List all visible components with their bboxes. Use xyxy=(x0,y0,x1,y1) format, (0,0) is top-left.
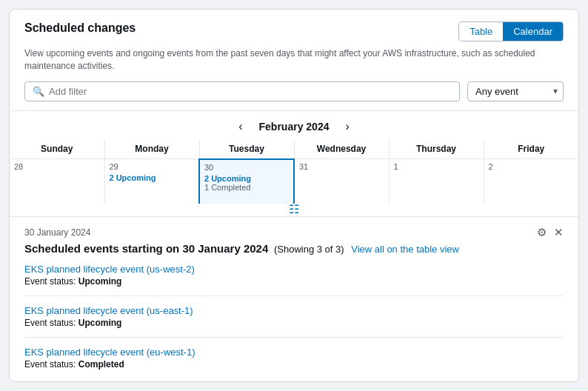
completed-events-tag: 1 Completed xyxy=(204,183,289,192)
calendar-table: Sunday Monday Tuesday Wednesday Thursday… xyxy=(10,139,578,204)
event-link-2[interactable]: EKS planned lifecycle event (us-east-1) xyxy=(24,305,564,316)
calendar-view-button[interactable]: Calendar xyxy=(503,22,563,41)
panel-date: 30 January 2024 xyxy=(24,227,90,238)
event-status-2: Event status: Upcoming xyxy=(24,318,564,328)
month-label: February 2024 xyxy=(259,121,330,133)
divider-icon: ☷ xyxy=(10,202,578,216)
panel-title-row: Scheduled events starting on 30 January … xyxy=(24,242,564,255)
col-wednesday: Wednesday xyxy=(294,139,389,159)
day-number: 30 xyxy=(204,163,289,172)
top-header: Scheduled changes Table Calendar xyxy=(24,21,564,41)
card-title: Scheduled changes xyxy=(24,21,136,35)
search-input[interactable] xyxy=(49,86,452,97)
event-link-3[interactable]: EKS planned lifecycle event (eu-west-1) xyxy=(24,347,564,358)
top-section: Scheduled changes Table Calendar View up… xyxy=(10,10,578,111)
event-link-1[interactable]: EKS planned lifecycle event (us-west-2) xyxy=(24,264,564,275)
event-item-2: EKS planned lifecycle event (us-east-1) … xyxy=(24,305,564,338)
calendar-nav: ‹ February 2024 › xyxy=(10,111,578,139)
day-number: 1 xyxy=(394,162,479,171)
day-number: 29 xyxy=(110,162,195,171)
day-number: 2 xyxy=(489,162,575,171)
view-all-link[interactable]: View all on the table view xyxy=(351,244,459,255)
close-icon-button[interactable]: ✕ xyxy=(554,226,564,239)
search-box: 🔍 xyxy=(24,81,460,101)
filter-row: 🔍 Any event xyxy=(24,81,564,101)
panel-header: 30 January 2024 ⚙ ✕ xyxy=(24,226,564,239)
day-1[interactable]: 1 xyxy=(389,159,484,204)
event-select-wrapper: Any event xyxy=(467,81,564,101)
status-value-3: Completed xyxy=(78,359,124,370)
panel-icons: ⚙ ✕ xyxy=(537,226,564,239)
col-friday: Friday xyxy=(484,139,578,159)
col-sunday: Sunday xyxy=(10,139,104,159)
status-value-1: Upcoming xyxy=(78,276,122,287)
search-icon: 🔍 xyxy=(33,86,44,97)
event-type-select[interactable]: Any event xyxy=(467,81,564,101)
prev-month-button[interactable]: ‹ xyxy=(234,118,247,135)
col-thursday: Thursday xyxy=(389,139,484,159)
day-30-today[interactable]: 30 2 Upcoming 1 Completed xyxy=(199,159,294,204)
event-status-3: Event status: Completed xyxy=(24,359,564,370)
view-toggle: Table Calendar xyxy=(458,21,564,41)
day-28[interactable]: 28 xyxy=(10,159,104,204)
bottom-panel: 30 January 2024 ⚙ ✕ Scheduled events sta… xyxy=(10,216,578,381)
status-label-1: Event status: xyxy=(24,276,76,287)
status-label-3: Event status: xyxy=(24,359,76,370)
day-number: 28 xyxy=(14,162,100,171)
day-2[interactable]: 2 xyxy=(484,159,578,204)
status-label-2: Event status: xyxy=(24,318,76,328)
upcoming-events-tag: 2 Upcoming xyxy=(204,174,289,183)
table-view-button[interactable]: Table xyxy=(459,22,503,41)
showing-count: (Showing 3 of 3) xyxy=(274,244,344,255)
day-29[interactable]: 29 2 Upcoming xyxy=(104,159,199,204)
next-month-button[interactable]: › xyxy=(341,118,353,135)
day-31[interactable]: 31 xyxy=(294,159,389,204)
event-item-1: EKS planned lifecycle event (us-west-2) … xyxy=(24,264,564,296)
col-monday: Monday xyxy=(104,139,199,159)
status-value-2: Upcoming xyxy=(78,318,122,328)
calendar-row: 28 29 2 Upcoming 30 2 Upcoming 1 Complet… xyxy=(10,159,578,204)
scheduled-changes-card: Scheduled changes Table Calendar View up… xyxy=(9,9,579,382)
col-tuesday: Tuesday xyxy=(199,139,294,159)
settings-icon-button[interactable]: ⚙ xyxy=(537,226,547,239)
upcoming-events-tag: 2 Upcoming xyxy=(110,173,195,182)
event-status-1: Event status: Upcoming xyxy=(24,276,564,287)
day-number: 31 xyxy=(299,162,384,171)
description-text: View upcoming events and ongoing events … xyxy=(24,47,564,73)
event-item-3: EKS planned lifecycle event (eu-west-1) … xyxy=(24,347,564,370)
panel-title: Scheduled events starting on 30 January … xyxy=(24,242,268,255)
